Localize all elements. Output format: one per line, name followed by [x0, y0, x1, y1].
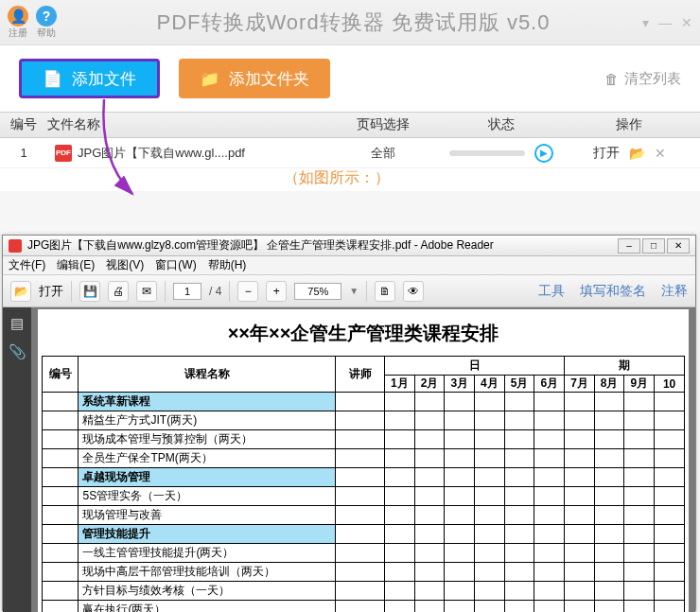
zoom-dropdown-icon[interactable]: ▼: [349, 286, 359, 296]
file-icon: 📄: [43, 69, 62, 89]
menu-window[interactable]: 窗口(W): [155, 257, 196, 273]
pdf-icon: PDF: [55, 145, 72, 162]
register-button[interactable]: 👤 注册: [8, 6, 28, 40]
page-total: / 4: [209, 285, 221, 298]
th-month: 1月: [385, 376, 415, 393]
course-row: 现场管理与改善: [43, 506, 685, 525]
col-status: 状态: [445, 116, 558, 133]
minimize-icon[interactable]: —: [658, 15, 672, 30]
adobe-maximize-icon[interactable]: □: [642, 238, 665, 254]
remove-icon[interactable]: ✕: [655, 146, 666, 161]
course-table: 编号 课程名称 讲师 日 期 1月2月3月4月5月6月7月8月9月10 系统革新…: [42, 356, 685, 612]
menu-edit[interactable]: 编辑(E): [57, 257, 95, 273]
trash-icon: 🗑: [604, 71, 619, 87]
adobe-sidebar: ▤ 📎: [3, 307, 31, 612]
zoom-input[interactable]: [294, 283, 341, 300]
course-row: 精益生产方式JIT(两天): [43, 411, 685, 430]
adobe-open-label[interactable]: 打开: [39, 283, 63, 300]
course-row: 一线主管管理技能提升(两天）: [43, 544, 685, 563]
th-month: 4月: [475, 376, 505, 393]
th-month: 5月: [504, 376, 534, 393]
menu-file[interactable]: 文件(F): [9, 257, 45, 273]
progress-bar: [449, 150, 525, 156]
col-name: 文件名称: [47, 116, 322, 133]
zoom-in-icon[interactable]: +: [266, 281, 287, 302]
open-button[interactable]: 打开: [593, 145, 620, 162]
row-name: PDF JPG图片【下载自www.gl....pdf: [47, 145, 322, 162]
th-month: 7月: [565, 376, 595, 393]
mail-icon[interactable]: ✉: [136, 281, 157, 302]
col-op: 操作: [558, 116, 700, 133]
folder-icon: 📁: [200, 69, 219, 89]
adobe-app-icon: [9, 239, 22, 253]
th-lecturer: 讲师: [336, 357, 385, 393]
adobe-tools-tab[interactable]: 工具: [538, 283, 565, 300]
row-status: ▶: [445, 144, 558, 163]
row-num: 1: [0, 146, 47, 160]
adobe-comment-tab[interactable]: 注释: [661, 283, 688, 300]
file-row[interactable]: 1 PDF JPG图片【下载自www.gl....pdf 全部 ▶ 打开 📂 ✕: [0, 138, 700, 168]
adobe-document-area[interactable]: ××年××企管生产管理类课程安排 编号 课程名称 讲师 日 期 1月2月3月4月…: [31, 307, 695, 612]
attachment-icon[interactable]: 📎: [9, 343, 26, 360]
add-file-button[interactable]: 📄 添加文件: [19, 59, 160, 98]
column-headers: 编号 文件名称 页码选择 状态 操作: [0, 112, 700, 138]
play-button[interactable]: ▶: [534, 144, 553, 163]
zoom-out-icon[interactable]: −: [237, 281, 258, 302]
document-page: ××年××企管生产管理类课程安排 编号 课程名称 讲师 日 期 1月2月3月4月…: [38, 309, 689, 612]
course-row: 管理技能提升: [43, 525, 685, 544]
adobe-menubar: 文件(F) 编辑(E) 视图(V) 窗口(W) 帮助(H): [3, 256, 695, 275]
th-period: 期: [565, 357, 685, 376]
adobe-close-icon[interactable]: ✕: [667, 238, 690, 254]
course-row: 全员生产保全TPM(两天）: [43, 449, 685, 468]
row-ops: 打开 📂 ✕: [558, 145, 700, 162]
course-row: 方针目标与绩效考核（一天）: [43, 582, 685, 601]
th-month: 9月: [624, 376, 655, 393]
document-title: ××年××企管生产管理类课程安排: [42, 315, 685, 356]
col-num: 编号: [0, 116, 47, 133]
th-day: 日: [385, 357, 565, 376]
course-row: 现场成本管理与预算控制（两天）: [43, 430, 685, 449]
page-number-input[interactable]: [173, 283, 201, 300]
open-icon[interactable]: 📂: [10, 281, 31, 302]
app-title: PDF转换成Word转换器 免费试用版 v5.0: [64, 9, 642, 37]
menu-view[interactable]: 视图(V): [106, 257, 144, 273]
adobe-titlebar: JPG图片【下载自www.glzy8.com管理资源吧】 企管生产管理类课程安排…: [3, 236, 695, 256]
thumbnails-icon[interactable]: ▤: [10, 315, 24, 332]
adobe-toolbar: 📂 打开 💾 🖨 ✉ / 4 − + ▼ 🗎 👁 工具 填写和签名 注释: [3, 275, 695, 307]
course-row: 系统革新课程: [43, 393, 685, 411]
menu-icon[interactable]: ▾: [642, 15, 649, 30]
th-month: 6月: [534, 376, 565, 393]
course-row: 卓越现场管理: [43, 468, 685, 487]
titlebar: 👤 注册 ? 帮助 PDF转换成Word转换器 免费试用版 v5.0 ▾ — ✕: [0, 0, 700, 45]
folder-open-icon[interactable]: 📂: [629, 146, 645, 161]
main-toolbar: 📄 添加文件 📁 添加文件夹 🗑 清空列表: [0, 45, 700, 112]
col-page: 页码选择: [322, 116, 445, 133]
print-icon[interactable]: 🖨: [108, 281, 129, 302]
course-row: 现场中高层干部管理技能培训（两天）: [43, 563, 685, 582]
annotation-text: （如图所示：）: [0, 168, 700, 191]
course-row: 5S管理实务（一天）: [43, 487, 685, 506]
row-page[interactable]: 全部: [322, 145, 445, 162]
course-row: 赢在执行(两天）: [43, 601, 685, 613]
save-icon[interactable]: 💾: [79, 281, 100, 302]
add-folder-button[interactable]: 📁 添加文件夹: [179, 59, 330, 98]
adobe-title-text: JPG图片【下载自www.glzy8.com管理资源吧】 企管生产管理类课程安排…: [27, 237, 494, 254]
tool-icon-1[interactable]: 🗎: [375, 281, 395, 302]
th-month: 2月: [414, 376, 445, 393]
adobe-minimize-icon[interactable]: –: [618, 238, 640, 254]
th-num: 编号: [43, 357, 79, 393]
th-course: 课程名称: [79, 357, 336, 393]
clear-list-button[interactable]: 🗑 清空列表: [604, 70, 681, 88]
help-button[interactable]: ? 帮助: [36, 6, 57, 40]
adobe-reader-window: JPG图片【下载自www.glzy8.com管理资源吧】 企管生产管理类课程安排…: [2, 235, 696, 611]
th-month: 8月: [594, 376, 624, 393]
close-icon[interactable]: ✕: [681, 15, 692, 30]
menu-help[interactable]: 帮助(H): [208, 257, 247, 273]
tool-icon-2[interactable]: 👁: [403, 281, 424, 302]
th-month: 10: [655, 376, 685, 393]
th-month: 3月: [445, 376, 475, 393]
adobe-fill-tab[interactable]: 填写和签名: [580, 283, 646, 300]
